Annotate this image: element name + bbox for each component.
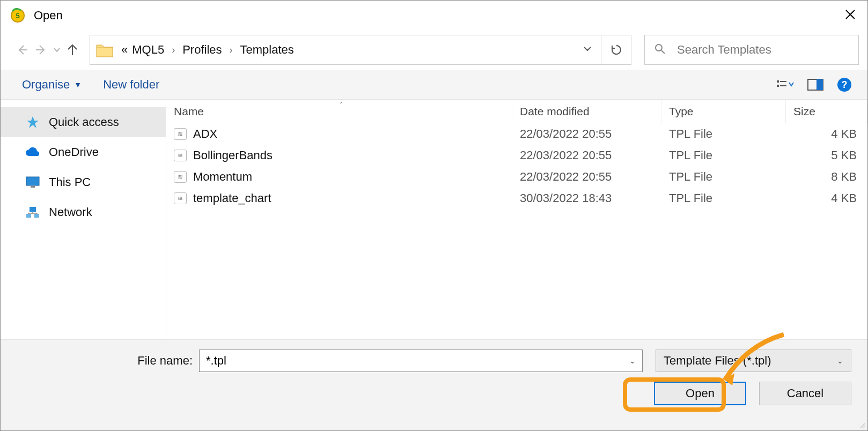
search-input[interactable]: Search Templates — [644, 35, 859, 65]
address-bar[interactable]: « MQL5 › Profiles › Templates — [90, 35, 601, 65]
star-icon — [24, 115, 41, 130]
file-type: TPL File — [661, 127, 786, 141]
open-button[interactable]: Open — [654, 382, 746, 405]
sidebar-item-label: This PC — [49, 175, 91, 189]
file-name: template_chart — [193, 191, 271, 205]
tpl-file-icon: ≋ — [174, 128, 187, 140]
filename-value: *.tpl — [206, 354, 226, 368]
refresh-icon[interactable] — [601, 35, 631, 65]
bottom-panel: File name: *.tpl ⌄ Template Files (*.tpl… — [1, 339, 867, 430]
file-name: ADX — [193, 127, 217, 141]
chevron-right-icon[interactable]: › — [224, 44, 238, 56]
window-title: Open — [34, 9, 63, 23]
file-date: 22/03/2022 20:55 — [512, 148, 661, 162]
file-size: 4 KB — [786, 127, 867, 141]
up-icon[interactable] — [63, 40, 82, 60]
file-row[interactable]: ≋ADX22/03/2022 20:55TPL File4 KB — [166, 123, 867, 145]
sidebar-item-label: OneDrive — [49, 145, 99, 159]
folder-icon — [95, 42, 114, 58]
chevron-down-icon[interactable]: ⌄ — [629, 356, 636, 365]
svg-rect-6 — [780, 85, 786, 86]
chevron-down-icon: ▼ — [74, 80, 82, 89]
svg-rect-10 — [31, 186, 35, 188]
svg-rect-5 — [777, 85, 779, 87]
main: Quick access OneDrive This PC Network Na… — [1, 100, 867, 339]
breadcrumb-item[interactable]: Templates — [238, 43, 296, 57]
cancel-button[interactable]: Cancel — [759, 382, 851, 405]
file-type: TPL File — [661, 191, 786, 205]
svg-rect-12 — [26, 214, 31, 218]
svg-text:5: 5 — [16, 12, 19, 20]
chevron-right-icon[interactable]: › — [166, 44, 180, 56]
filename-label: File name: — [17, 354, 199, 368]
search-placeholder: Search Templates — [677, 43, 771, 57]
view-options-icon[interactable] — [774, 76, 797, 94]
file-row[interactable]: ≋template_chart30/03/2022 18:43TPL File4… — [166, 188, 867, 209]
sidebar-item-network[interactable]: Network — [1, 197, 166, 227]
file-size: 5 KB — [786, 148, 867, 162]
file-date: 22/03/2022 20:55 — [512, 170, 661, 184]
sidebar-item-quick-access[interactable]: Quick access — [1, 107, 166, 137]
file-list: ≋ADX22/03/2022 20:55TPL File4 KB≋Bolling… — [166, 123, 867, 209]
file-row[interactable]: ≋Momentum22/03/2022 20:55TPL File8 KB — [166, 166, 867, 188]
breadcrumb-item[interactable]: Profiles — [180, 43, 224, 57]
column-name[interactable]: Name ˄ — [166, 100, 512, 123]
app-icon: 5 — [10, 8, 25, 23]
file-row[interactable]: ≋BollingerBands22/03/2022 20:55TPL File5… — [166, 145, 867, 166]
breadcrumb-item[interactable]: MQL5 — [130, 43, 166, 57]
column-type[interactable]: Type — [661, 100, 786, 123]
svg-point-2 — [656, 44, 662, 51]
resize-grip-icon[interactable] — [858, 421, 865, 428]
new-folder-button[interactable]: New folder — [103, 78, 159, 92]
file-size: 4 KB — [786, 191, 867, 205]
organise-menu[interactable]: Organise ▼ — [22, 78, 82, 92]
file-size: 8 KB — [786, 170, 867, 184]
file-date: 30/03/2022 18:43 — [512, 191, 661, 205]
chevron-down-icon: ⌄ — [837, 356, 843, 365]
file-name: BollingerBands — [193, 148, 273, 162]
forward-icon[interactable] — [32, 40, 51, 60]
sidebar-item-label: Network — [49, 205, 92, 219]
nav-row: « MQL5 › Profiles › Templates Search Tem… — [1, 30, 867, 70]
svg-rect-4 — [780, 81, 786, 82]
file-name: Momentum — [193, 170, 252, 184]
file-date: 22/03/2022 20:55 — [512, 127, 661, 141]
breadcrumb-overflow[interactable]: « — [119, 43, 130, 57]
search-icon — [654, 43, 665, 57]
address-dropdown-icon[interactable] — [579, 44, 595, 56]
column-headers: Name ˄ Date modified Type Size — [166, 100, 867, 123]
column-date[interactable]: Date modified — [512, 100, 661, 123]
sidebar-item-label: Quick access — [49, 115, 119, 129]
tpl-file-icon: ≋ — [174, 150, 187, 161]
sidebar-item-this-pc[interactable]: This PC — [1, 167, 166, 197]
toolbar: Organise ▼ New folder ? — [1, 70, 867, 100]
sidebar: Quick access OneDrive This PC Network — [1, 100, 166, 339]
svg-rect-8 — [816, 79, 823, 90]
tpl-file-icon: ≋ — [174, 171, 187, 183]
filename-input[interactable]: *.tpl ⌄ — [199, 350, 643, 372]
preview-pane-icon[interactable] — [804, 76, 827, 94]
network-icon — [24, 205, 41, 220]
filetype-label: Template Files (*.tpl) — [664, 354, 771, 368]
cloud-icon — [24, 145, 41, 160]
file-type: TPL File — [661, 170, 786, 184]
close-icon[interactable] — [840, 5, 861, 26]
svg-rect-13 — [34, 214, 39, 218]
filetype-select[interactable]: Template Files (*.tpl) ⌄ — [656, 350, 851, 372]
svg-rect-3 — [777, 80, 779, 83]
back-icon[interactable] — [12, 40, 32, 60]
monitor-icon — [24, 175, 41, 190]
help-icon[interactable]: ? — [837, 78, 851, 92]
svg-rect-9 — [26, 177, 39, 185]
tpl-file-icon: ≋ — [174, 192, 187, 204]
recent-dropdown-icon[interactable] — [51, 40, 63, 60]
svg-rect-11 — [30, 207, 36, 212]
file-type: TPL File — [661, 148, 786, 162]
column-size[interactable]: Size — [786, 100, 867, 123]
sort-asc-icon: ˄ — [340, 101, 343, 109]
sidebar-item-onedrive[interactable]: OneDrive — [1, 137, 166, 167]
titlebar: 5 Open — [1, 1, 867, 30]
file-panel: Name ˄ Date modified Type Size ≋ADX22/03… — [166, 100, 867, 339]
